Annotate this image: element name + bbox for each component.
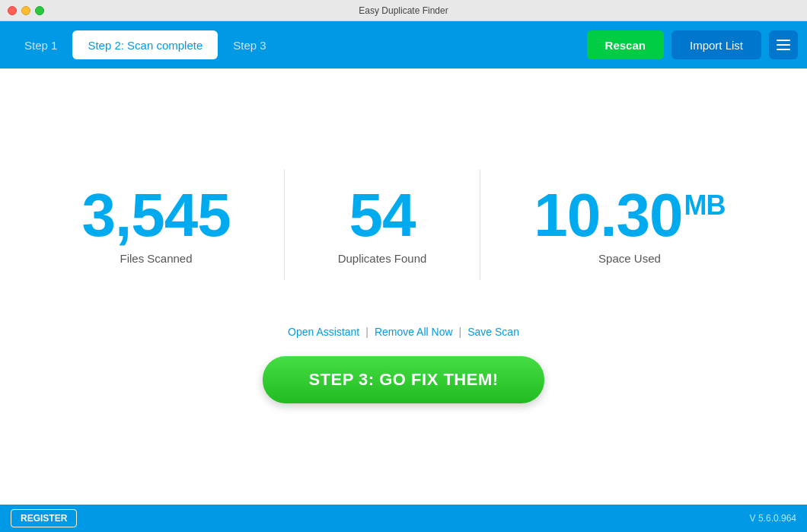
menu-line2 [777, 44, 790, 46]
sep1: | [365, 326, 368, 338]
bottom-bar: REGISTER V 5.6.0.964 [0, 505, 807, 532]
window-controls[interactable] [8, 6, 44, 15]
app-title: Easy Duplicate Finder [359, 5, 448, 16]
rescan-button[interactable]: Rescan [587, 30, 664, 59]
version-label: V 5.6.0.964 [750, 513, 796, 524]
remove-all-now-link[interactable]: Remove All Now [375, 326, 453, 338]
files-scanned-label: Files Scanned [120, 252, 192, 265]
stats-row: 3,545 Files Scanned 54 Duplicates Found … [28, 170, 778, 280]
maximize-button[interactable] [35, 6, 44, 15]
step2-button[interactable]: Step 2: Scan complete [72, 30, 218, 59]
main-content: 3,545 Files Scanned 54 Duplicates Found … [0, 68, 807, 505]
files-scanned-stat: 3,545 Files Scanned [28, 170, 283, 280]
sep2: | [459, 326, 462, 338]
title-bar: Easy Duplicate Finder [0, 0, 807, 21]
go-fix-them-button[interactable]: STEP 3: GO FIX THEM! [263, 356, 544, 403]
space-used-stat: 10.30MB Space Used [480, 170, 778, 280]
space-used-number: 10.30MB [534, 185, 725, 246]
action-links: Open Assistant | Remove All Now | Save S… [288, 326, 519, 338]
duplicates-found-number: 54 [349, 185, 416, 246]
save-scan-link[interactable]: Save Scan [467, 326, 519, 338]
step3-button[interactable]: Step 3 [218, 30, 281, 59]
register-button[interactable]: REGISTER [11, 509, 77, 527]
duplicates-found-stat: 54 Duplicates Found [284, 170, 480, 280]
menu-button[interactable] [769, 30, 798, 59]
menu-line3 [777, 49, 790, 50]
space-used-label: Space Used [598, 252, 661, 265]
top-nav: Step 1 Step 2: Scan complete Step 3 Resc… [0, 21, 807, 68]
close-button[interactable] [8, 6, 17, 15]
duplicates-found-label: Duplicates Found [338, 252, 427, 265]
import-list-button[interactable]: Import List [671, 30, 761, 59]
files-scanned-number: 3,545 [81, 185, 230, 246]
minimize-button[interactable] [21, 6, 30, 15]
open-assistant-link[interactable]: Open Assistant [288, 326, 359, 338]
menu-line1 [777, 40, 790, 41]
space-unit: MB [684, 190, 726, 221]
step1-button[interactable]: Step 1 [9, 30, 72, 59]
